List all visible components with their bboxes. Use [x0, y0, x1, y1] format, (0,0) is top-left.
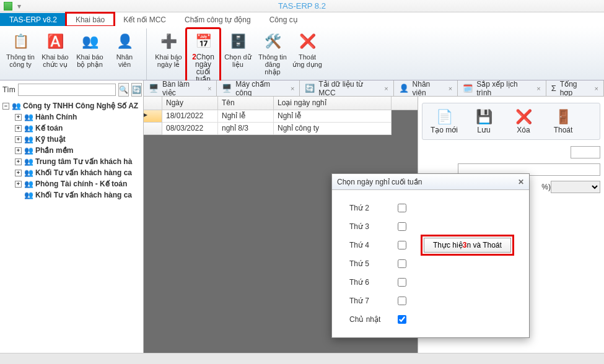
tao-moi-button[interactable]: 📄 Tạo mới	[426, 108, 462, 134]
khai-bao-chuc-vu-button[interactable]: 🅰️ Khai báo chức vụ	[38, 28, 72, 71]
xoa-button[interactable]: ❌ Xóa	[506, 108, 541, 134]
ribbon-btn-label: 2Chọn ngày cuối tuần	[188, 53, 218, 83]
tree-node[interactable]: + 👥 Kế toán	[2, 123, 141, 134]
qat-dropdown-icon[interactable]: ▾	[16, 2, 22, 11]
qat-icon[interactable]	[4, 2, 12, 11]
doc-tab[interactable]: 👤 Nhân viên ×	[394, 80, 458, 96]
save-icon: 💾	[466, 108, 502, 126]
tree-node[interactable]: + 👥 Phòng Tài chính - Kế toán	[2, 178, 141, 189]
ribbon-tab-ket-noi-mcc[interactable]: Kết nối MCC	[114, 13, 175, 26]
row-header[interactable]	[144, 123, 162, 135]
col-header-ten[interactable]: Tên	[218, 97, 274, 110]
tree-expand-icon[interactable]: +	[15, 147, 22, 154]
col-header-loai[interactable]: Loại ngày nghỉ	[274, 97, 392, 110]
form-spinner[interactable]	[571, 146, 600, 158]
tree-node-label: Trung tâm Tư vấn khách hà	[35, 157, 132, 166]
dialog-close-button[interactable]: ✕	[518, 178, 524, 186]
thong-tin-dang-nhap-button[interactable]: 🛠️ Thông tin đăng nhập	[256, 28, 289, 79]
cell-ngay[interactable]: 18/01/2022	[162, 110, 218, 123]
tab-label: Bàn làm việc	[162, 80, 204, 97]
cell-loai[interactable]: Nghỉ lễ	[274, 110, 392, 123]
thuc-hien-thoat-button[interactable]: Thực hiệ3n và Thoát	[424, 238, 511, 253]
weekday-checkbox[interactable]	[398, 259, 406, 268]
nhan-vien-button[interactable]: 👤 Nhân viên	[108, 28, 141, 71]
tree-node[interactable]: + 👥 Phần mềm	[2, 145, 141, 156]
tab-close-icon[interactable]: ×	[595, 85, 598, 92]
tab-close-icon[interactable]: ×	[384, 85, 388, 92]
form-btn-label: Tạo mới	[426, 126, 462, 134]
tree-expand-icon[interactable]: +	[15, 125, 22, 132]
people-icon: 👥	[24, 157, 33, 166]
refresh-button[interactable]: 🔄	[131, 83, 142, 97]
cell-ten[interactable]: Nghỉ lễ	[218, 110, 274, 123]
tree-expand-icon[interactable]: +	[15, 170, 22, 176]
people-icon: 👥	[24, 135, 33, 144]
grid-row[interactable]: 08/03/2022 nghỉ 8/3 Nghỉ công ty	[144, 123, 418, 135]
ribbon-tab-cham-cong[interactable]: Chấm công tự động	[175, 13, 260, 26]
clipboard-icon: 📋	[11, 32, 30, 51]
ribbon-group-1: 📋 Thông tin công ty 🅰️ Khai báo chức vụ …	[4, 28, 147, 80]
thong-tin-cong-ty-button[interactable]: 📋 Thông tin công ty	[4, 28, 37, 71]
tree-collapse-icon[interactable]: −	[2, 103, 9, 110]
chon-ngay-cuoi-tuan-button[interactable]: 📅 2Chọn ngày cuối tuần	[186, 28, 220, 86]
khai-bao-bo-phan-button[interactable]: 👥 Khai báo bộ phận	[73, 28, 107, 71]
tab-icon: 🖥️	[149, 84, 159, 93]
cell-ngay[interactable]: 08/03/2022	[162, 123, 218, 135]
form-btn-label: Lưu	[466, 126, 502, 134]
tab-icon: Σ	[551, 84, 556, 93]
sidebar: Tìm 🔍 🔄 − 👥 Công ty TNHH Công Nghệ Số AZ…	[0, 80, 144, 353]
tree-expand-icon[interactable]: +	[15, 136, 22, 143]
luu-button[interactable]: 💾 Lưu	[466, 108, 502, 134]
weekday-row: Thứ 2	[349, 199, 512, 217]
tree-expand-icon[interactable]: +	[15, 181, 22, 188]
weekday-checkbox[interactable]	[398, 297, 406, 305]
thoat-button[interactable]: 🚪 Thoát	[545, 108, 581, 134]
weekday-checkbox[interactable]	[398, 222, 406, 231]
chon-du-lieu-button[interactable]: 🗄️ Chọn dữ liệu	[221, 28, 255, 71]
ribbon-app-tab[interactable]: TAS-ERP v8.2	[0, 13, 66, 26]
weekday-label: Thứ 6	[349, 278, 387, 287]
tab-close-icon[interactable]: ×	[449, 85, 452, 92]
org-tree[interactable]: − 👥 Công ty TNHH Công Nghệ Số AZ + 👥 Hàn…	[0, 99, 143, 353]
doc-tab[interactable]: 🔄 Tải dữ liệu từ MCC ×	[300, 80, 393, 96]
ribbon-tab-cong-cu[interactable]: Công cụ	[260, 13, 307, 26]
tree-node[interactable]: + 👥 Khối Tư vấn khách hàng ca	[2, 167, 141, 178]
weekday-checkbox[interactable]	[398, 278, 406, 287]
find-input[interactable]	[18, 84, 116, 96]
doc-tab[interactable]: 🖥️ Máy chấm công ×	[217, 80, 300, 96]
doc-tab[interactable]: 🖥️ Bàn làm việc ×	[144, 80, 217, 96]
weekday-checkbox[interactable]	[398, 241, 406, 249]
tree-expand-icon[interactable]: +	[15, 158, 22, 165]
tab-close-icon[interactable]: ×	[291, 85, 294, 92]
weekday-checkbox[interactable]	[398, 315, 406, 324]
people-icon: 👥	[24, 146, 33, 155]
tree-expand-icon[interactable]: +	[15, 114, 22, 121]
ribbon-tab-khai-bao[interactable]: Khai báo	[66, 13, 114, 26]
row-header[interactable]: ▸	[144, 110, 162, 123]
tree-root[interactable]: − 👥 Công ty TNHH Công Nghệ Số AZ	[2, 100, 141, 111]
weekday-checkbox[interactable]	[398, 204, 406, 212]
cell-ten[interactable]: nghỉ 8/3	[218, 123, 274, 135]
tab-close-icon[interactable]: ×	[208, 85, 211, 92]
database-icon: 🗄️	[228, 32, 248, 51]
col-header-ngay[interactable]: Ngày	[162, 97, 218, 110]
thoat-ung-dung-button[interactable]: ❌ Thoát ứng dụng	[291, 28, 324, 71]
doc-tab[interactable]: 🗓️ Sắp xếp lịch trình ×	[458, 80, 546, 96]
title-bar: ▾ TAS-ERP 8.2	[0, 0, 604, 12]
tree-node[interactable]: + 👥 Trung tâm Tư vấn khách hà	[2, 156, 141, 167]
cell-loai[interactable]: Nghỉ công ty	[274, 123, 392, 135]
khai-bao-ngay-le-button[interactable]: ➕ Khai báo ngày lễ	[152, 28, 185, 71]
tab-icon: 🗓️	[463, 84, 473, 93]
doc-tab[interactable]: Σ Tổng hợp ×	[546, 80, 604, 96]
tree-node[interactable]: + 👥 Kỹ thuật	[2, 134, 141, 145]
tree-node[interactable]: 👥 Khối Tư vấn khách hàng ca	[2, 189, 141, 201]
tree-node-label: Kế toán	[35, 124, 63, 132]
form-select[interactable]	[551, 181, 600, 193]
grid-row[interactable]: ▸ 18/01/2022 Nghỉ lễ Nghỉ lễ	[144, 110, 418, 123]
dialog-title-bar[interactable]: Chọn ngày nghỉ cuối tuần ✕	[332, 174, 529, 190]
tab-close-icon[interactable]: ×	[536, 85, 540, 92]
tree-node[interactable]: + 👥 Hành Chính	[2, 111, 141, 123]
search-button[interactable]: 🔍	[118, 83, 129, 97]
people-icon: 👥	[24, 168, 33, 177]
ribbon-tab-row: TAS-ERP v8.2 Khai báo Kết nối MCC Chấm c…	[0, 12, 604, 26]
